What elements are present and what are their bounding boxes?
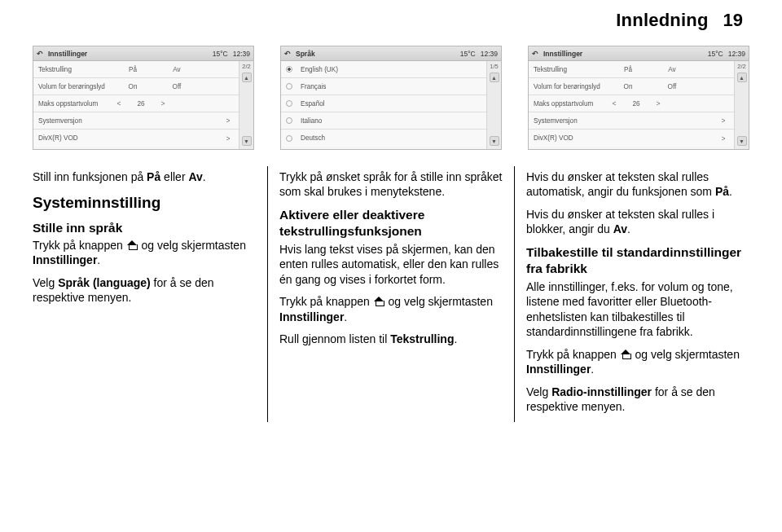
column-1: Still inn funksjonen på På eller Av. Sys… [33, 166, 268, 422]
column-3: Hvis du ønsker at teksten skal rulles au… [515, 166, 749, 422]
row-tekstrulling[interactable]: Tekstrulling På Av [33, 61, 239, 78]
row-maks-volum[interactable]: Maks oppstartvolum < 26 > [529, 95, 734, 112]
screen-time: 12:39 [481, 50, 498, 58]
screen-temp: 15°C [708, 50, 723, 58]
scroll-down-icon[interactable]: ▼ [490, 136, 499, 146]
chevron-right-icon: > [718, 134, 729, 143]
lang-english[interactable]: English (UK) [281, 61, 486, 78]
scroll-down-icon[interactable]: ▼ [737, 136, 747, 146]
back-icon[interactable]: ↶ [284, 50, 296, 58]
chevron-right-icon: > [222, 117, 234, 125]
screenshot-row: ↶ Innstillinger 15°C 12:39 Tekstrulling … [33, 46, 749, 150]
body-text: Trykk på knappen og velg skjermtasten In… [33, 238, 256, 268]
row-divx[interactable]: DivX(R) VOD > [529, 130, 734, 147]
text-columns: Still inn funksjonen på På eller Av. Sys… [33, 166, 749, 422]
radio-icon [286, 100, 292, 107]
lang-espanol[interactable]: Español [281, 95, 486, 112]
row-maks-volum[interactable]: Maks oppstartvolum < 26 > [33, 95, 239, 112]
body-text: Trykk på knappen og velg skjermtasten In… [526, 347, 749, 377]
lang-deutsch[interactable]: Deutsch [281, 130, 486, 147]
screen-titlebar: ↶ Innstillinger 15°C 12:39 [529, 46, 749, 61]
row-tekstrulling[interactable]: Tekstrulling På Av [529, 61, 734, 78]
body-text: Hvis lang tekst vises på skjermen, kan d… [279, 242, 503, 287]
chevron-left-icon[interactable]: < [113, 99, 125, 108]
screenshot-language: ↶ Språk 15°C 12:39 English (UK) Français… [280, 46, 502, 150]
row-volum-lyd[interactable]: Volum for berøringslyd On Off [33, 78, 239, 95]
row-divx[interactable]: DivX(R) VOD > [33, 130, 239, 147]
body-text: Trykk på ønsket språk for å stille inn s… [279, 169, 503, 200]
chevron-right-icon[interactable]: > [157, 99, 169, 108]
chevron-left-icon[interactable]: < [608, 99, 620, 108]
heading-systeminnstilling: Systeminnstilling [33, 192, 256, 213]
body-text: Rull gjennom listen til Tekstrulling. [279, 332, 503, 346]
page-number: 19 [723, 10, 743, 31]
chevron-right-icon: > [222, 134, 234, 143]
scroll-counter: 1/5 [490, 63, 498, 70]
scroll-counter: 2/2 [242, 63, 250, 70]
column-2: Trykk på ønsket språk for å stille inn s… [268, 166, 515, 422]
home-icon [621, 350, 631, 359]
scroll-up-icon[interactable]: ▲ [242, 73, 252, 82]
radio-icon [286, 117, 292, 124]
screen-time: 12:39 [233, 50, 250, 58]
screen-time: 12:39 [728, 50, 745, 58]
lang-italiano[interactable]: Italiano [281, 112, 486, 130]
home-icon [374, 297, 384, 306]
screen-titlebar: ↶ Innstillinger 15°C 12:39 [33, 46, 253, 61]
home-icon [127, 240, 138, 250]
body-text: Velg Språk (language) for å se den respe… [33, 275, 256, 306]
heading-stille-inn-sprak: Stille inn språk [33, 220, 256, 236]
screen-titlebar: ↶ Språk 15°C 12:39 [281, 46, 501, 61]
row-systemversjon[interactable]: Systemversjon > [529, 112, 734, 130]
chevron-right-icon: > [718, 117, 729, 125]
back-icon[interactable]: ↶ [532, 50, 543, 58]
heading-tilbakestille: Tilbakestille til standardinnstillinger … [526, 244, 749, 278]
screen-title: Innstillinger [543, 50, 582, 58]
screenshot-settings-1: ↶ Innstillinger 15°C 12:39 Tekstrulling … [33, 46, 254, 150]
scroll-counter: 2/2 [737, 63, 745, 70]
body-text: Hvis du ønsker at teksten skal rulles i … [526, 207, 749, 237]
scroll-column: 2/2 ▲ ▼ [239, 61, 253, 149]
lang-francais[interactable]: Français [281, 78, 486, 95]
body-text: Still inn funksjonen på På eller Av. [33, 169, 256, 184]
scroll-down-icon[interactable]: ▼ [242, 136, 252, 146]
row-systemversjon[interactable]: Systemversjon > [33, 112, 239, 130]
scroll-column: 1/5 ▲ ▼ [486, 61, 501, 149]
screenshot-settings-2: ↶ Innstillinger 15°C 12:39 Tekstrulling … [528, 46, 749, 150]
radio-icon [286, 83, 292, 90]
chevron-right-icon[interactable]: > [652, 99, 664, 108]
body-text: Trykk på knappen og velg skjermtasten In… [279, 294, 503, 324]
screen-temp: 15°C [213, 50, 228, 58]
section-title: Innledning [616, 10, 708, 31]
scroll-up-icon[interactable]: ▲ [490, 73, 499, 82]
screen-temp: 15°C [460, 50, 476, 58]
back-icon[interactable]: ↶ [37, 50, 48, 58]
heading-aktivere-tekstrulling: Aktivere eller deaktivere tekstrullingsf… [279, 207, 503, 240]
screen-title: Innstillinger [48, 50, 87, 58]
radio-icon [286, 135, 292, 142]
body-text: Velg Radio-innstillinger for å se den re… [526, 385, 749, 415]
radio-selected-icon [286, 66, 292, 73]
scroll-up-icon[interactable]: ▲ [737, 73, 747, 82]
row-volum-lyd[interactable]: Volum for berøringslyd On Off [529, 78, 734, 95]
page-header: Innledning 19 [33, 10, 749, 31]
screen-title: Språk [296, 50, 315, 58]
body-text: Hvis du ønsker at teksten skal rulles au… [526, 169, 749, 200]
scroll-column: 2/2 ▲ ▼ [734, 61, 749, 149]
body-text: Alle innstillinger, f.eks. for volum og … [526, 279, 749, 340]
